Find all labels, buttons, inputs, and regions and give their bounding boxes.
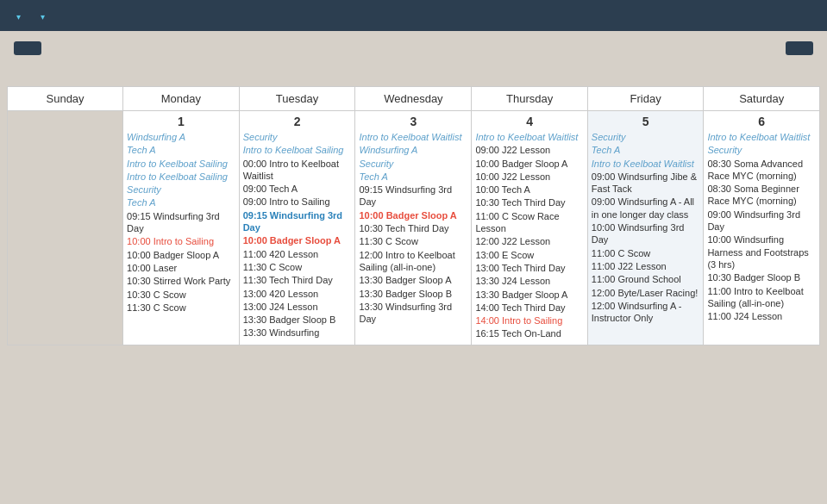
col-header-sunday: Sunday — [8, 87, 123, 111]
calendar-event[interactable]: 13:00 Tech Third Day — [475, 262, 583, 274]
day-number: 3 — [359, 115, 467, 128]
calendar-event[interactable]: 16:15 Tech On-Land — [475, 327, 583, 339]
calendar-event[interactable]: 10:30 Tech Third Day — [359, 222, 467, 234]
calendar-event[interactable]: 12:00 Windsurfing A - Instructor Only — [592, 300, 700, 325]
calendar-event[interactable]: 10:00 Badger Sloop A — [359, 209, 467, 221]
calendar-day: 1Windsurfing ATech AIntro to Keelboat Sa… — [123, 111, 240, 345]
calendar-event[interactable]: 11:30 Tech Third Day — [243, 274, 352, 286]
calendar-event[interactable]: 13:00 420 Lesson — [243, 288, 352, 300]
calendar-event[interactable]: Intro to Keelboat Waitlist — [707, 131, 816, 143]
calendar-event[interactable]: 10:00 Laser — [127, 262, 235, 274]
calendar-event[interactable]: 09:00 J22 Lesson — [475, 144, 583, 156]
calendar-event[interactable]: Tech A — [127, 144, 235, 156]
calendar-event[interactable]: 10:00 Badger Sloop A — [127, 249, 235, 261]
calendar-event[interactable]: 11:30 C Scow — [359, 235, 467, 247]
calendar-event[interactable]: 13:30 Windsurfing 3rd Day — [359, 301, 467, 326]
calendar-event[interactable]: Tech A — [359, 171, 467, 183]
calendar-event[interactable]: 13:30 Badger Sloop A — [359, 274, 467, 286]
calendar-event[interactable]: 00:00 Intro to Keelboat Waitlist — [243, 158, 352, 183]
calendar-event[interactable]: 13:00 J24 Lesson — [243, 301, 352, 313]
calendar-event[interactable]: 10:00 Intro to Sailing — [127, 235, 235, 247]
calendar-event[interactable]: 11:00 Intro to Keelboat Sailing (all-in-… — [707, 285, 816, 310]
calendar-event[interactable]: Tech A — [127, 196, 235, 208]
day-number: 6 — [707, 115, 816, 128]
calendar-event[interactable]: 09:00 Windsurfing A - All in one longer … — [592, 196, 700, 221]
calendar-event[interactable]: Intro to Keelboat Sailing — [243, 144, 352, 156]
calendar-event[interactable]: Security — [243, 131, 352, 143]
calendar-week-row: 1Windsurfing ATech AIntro to Keelboat Sa… — [8, 111, 820, 345]
calendar-event[interactable]: 12:00 J22 Lesson — [475, 235, 583, 247]
calendar-event[interactable]: 14:00 Tech Third Day — [475, 302, 583, 314]
calendar-event[interactable]: Intro to Keelboat Waitlist — [475, 131, 583, 143]
calendar-event[interactable]: 10:30 Tech Third Day — [475, 196, 583, 208]
col-header-friday: Friday — [587, 87, 704, 111]
calendar-event[interactable]: 13:00 E Scow — [475, 249, 583, 261]
calendar-day: 3Intro to Keelboat WaitlistWindsurfing A… — [355, 111, 472, 345]
calendar-event[interactable]: Security — [359, 158, 467, 170]
calendar-event[interactable]: 10:00 Badger Sloop A — [243, 234, 352, 246]
calendar-event[interactable]: 11:00 J22 Lesson — [592, 260, 700, 272]
calendar-event[interactable]: 13:30 Windsurfing — [243, 327, 352, 339]
calendar-event[interactable]: Windsurfing A — [127, 131, 235, 143]
calendar-day: 4Intro to Keelboat Waitlist09:00 J22 Les… — [472, 111, 587, 345]
calendar-event[interactable]: 11:30 C Scow — [127, 302, 235, 314]
calendar-event[interactable]: Windsurfing A — [359, 144, 467, 156]
calendar-event[interactable]: Intro to Keelboat Sailing — [127, 158, 235, 170]
prev-month-button[interactable] — [14, 41, 41, 55]
calendar-event[interactable]: Intro to Keelboat Waitlist — [592, 158, 700, 170]
events-menu[interactable]: ▾ — [14, 9, 21, 22]
calendar-event[interactable]: 14:00 Intro to Sailing — [475, 314, 583, 327]
calendar-wrapper: SundayMondayTuesdayWednesdayThursdayFrid… — [0, 86, 827, 352]
calendar-event[interactable]: Security — [592, 131, 700, 143]
calendar-event[interactable]: 10:00 Tech A — [475, 184, 583, 196]
calendar-event[interactable]: 10:00 J22 Lesson — [475, 171, 583, 183]
calendar-day: 2SecurityIntro to Keelboat Sailing00:00 … — [239, 111, 355, 345]
calendar-event[interactable]: 10:00 Badger Sloop A — [475, 158, 583, 170]
calendar-event[interactable]: 09:00 Windsurfing Jibe & Fast Tack — [592, 171, 700, 196]
calendar-event[interactable]: 09:00 Tech A — [243, 183, 352, 195]
calendar-event[interactable]: 12:00 Byte/Laser Racing! — [592, 287, 700, 299]
calendar-event[interactable]: Intro to Keelboat Waitlist — [359, 131, 467, 143]
equipment-menu[interactable]: ▾ — [38, 9, 45, 22]
calendar-event[interactable]: 11:00 420 Lesson — [243, 248, 352, 260]
calendar-event[interactable]: 09:15 Windsurfing 3rd Day — [243, 209, 352, 234]
calendar-event[interactable]: 11:00 Ground School — [592, 273, 700, 285]
calendar-event[interactable]: 13:30 J24 Lesson — [475, 275, 583, 287]
nav-row — [0, 31, 827, 65]
calendar-event[interactable]: 09:15 Windsurfing 3rd Day — [359, 184, 467, 208]
calendar-event[interactable]: 09:00 Intro to Sailing — [243, 196, 352, 208]
calendar-event[interactable]: Tech A — [592, 144, 700, 156]
day-number: 2 — [243, 115, 352, 128]
calendar-event[interactable]: 11:00 C Scow — [592, 247, 700, 259]
calendar-event[interactable]: Security — [127, 184, 235, 196]
calendar-event[interactable]: 11:00 C Scow Race Lesson — [475, 210, 583, 235]
col-header-tuesday: Tuesday — [239, 87, 355, 111]
calendar-event[interactable]: 13:30 Badger Sloop B — [243, 314, 352, 326]
col-header-wednesday: Wednesday — [355, 87, 472, 111]
calendar-event[interactable]: 11:00 J24 Lesson — [707, 310, 816, 322]
day-number: 5 — [592, 115, 700, 128]
calendar-event[interactable]: Security — [707, 144, 816, 156]
calendar-event[interactable]: 10:00 Windsurfing Harness and Footstraps… — [707, 233, 816, 271]
calendar-day: 5SecurityTech AIntro to Keelboat Waitlis… — [587, 111, 704, 345]
calendar-table: SundayMondayTuesdayWednesdayThursdayFrid… — [7, 86, 820, 345]
calendar-event[interactable]: 08:30 Soma Beginner Race MYC (morning) — [707, 183, 816, 208]
calendar-event[interactable]: 08:30 Soma Advanced Race MYC (morning) — [707, 158, 816, 183]
calendar-event[interactable]: 10:30 C Scow — [127, 289, 235, 301]
calendar-event[interactable]: 10:30 Badger Sloop B — [707, 271, 816, 283]
calendar-event[interactable]: 11:30 C Scow — [243, 261, 352, 273]
calendar-event[interactable]: 09:00 Windsurfing 3rd Day — [707, 208, 816, 233]
calendar-event[interactable]: Intro to Keelboat Sailing — [127, 171, 235, 183]
col-header-thursday: Thursday — [472, 87, 587, 111]
calendar-event[interactable]: 09:15 Windsurfing 3rd Day — [127, 210, 235, 235]
calendar-event[interactable]: 10:00 Windsurfing 3rd Day — [592, 221, 700, 246]
calendar-event[interactable]: 10:30 Stirred Work Party — [127, 275, 235, 287]
calendar-event[interactable]: 13:30 Badger Sloop B — [359, 288, 467, 300]
calendar-event[interactable]: 12:00 Intro to Keelboat Sailing (all-in-… — [359, 249, 467, 274]
calendar-day — [8, 111, 123, 345]
day-number: 1 — [127, 115, 235, 128]
next-month-button[interactable] — [786, 41, 813, 55]
col-header-saturday: Saturday — [704, 87, 820, 111]
calendar-event[interactable]: 13:30 Badger Sloop A — [475, 289, 583, 301]
day-number: 4 — [475, 115, 583, 128]
